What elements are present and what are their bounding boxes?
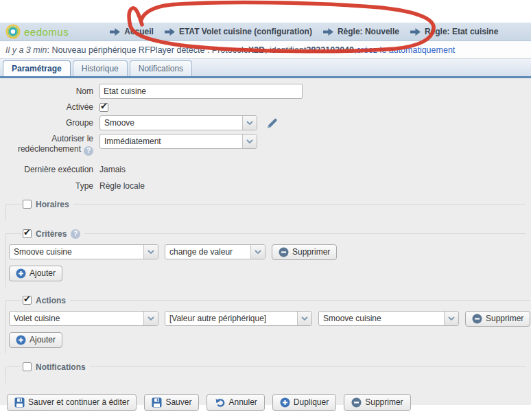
action-device-select[interactable]: Volet cuisine: [9, 311, 158, 326]
plus-circle-icon: [16, 335, 26, 345]
action-add-button[interactable]: Ajouter: [9, 332, 62, 348]
notification-protocol: X2D: [248, 45, 265, 55]
save-and-continue-button[interactable]: Sauver et continuer à éditer: [7, 394, 137, 411]
horaires-label: Horaires: [36, 200, 69, 209]
chevron-down-icon: [143, 312, 158, 325]
breadcrumb-arrow-icon: [410, 28, 421, 36]
delete-button[interactable]: Supprimer: [344, 394, 410, 411]
help-icon[interactable]: ?: [84, 146, 93, 156]
breadcrumb-item-accueil[interactable]: Accueil: [110, 27, 154, 36]
actions-label: Actions: [36, 296, 66, 305]
section-actions: Actions Volet cuisine [Valeur autre péri…: [5, 296, 530, 353]
eedomus-logo[interactable]: eedomus: [5, 24, 69, 39]
groupe-label: Groupe: [5, 118, 99, 128]
activee-checkbox[interactable]: [99, 103, 108, 112]
action-source-select[interactable]: Smoove cuisine: [318, 311, 459, 326]
breadcrumb-item-etat-volet-cuisine[interactable]: ETAT Volet cuisine (configuration): [165, 27, 312, 36]
activee-label: Activée: [5, 102, 99, 112]
notification-bar: Il y a 3 min : Nouveau périphérique RFPl…: [0, 41, 531, 59]
action-delete-button[interactable]: Supprimer: [465, 311, 530, 327]
cancel-button[interactable]: Annuler: [206, 394, 264, 411]
breadcrumb-arrow-icon: [323, 28, 333, 36]
breadcrumb-arrow-icon: [165, 28, 175, 36]
nom-input[interactable]: [99, 84, 303, 99]
section-horaires: Horaires: [5, 200, 526, 220]
tab-parametrage[interactable]: Paramétrage: [3, 60, 71, 76]
action-value-select[interactable]: [Valeur autre périphérique]: [165, 311, 312, 326]
save-button[interactable]: Sauver: [144, 394, 199, 411]
critere-add-button[interactable]: Ajouter: [9, 266, 62, 281]
derniere-execution-value: Jamais: [99, 165, 126, 174]
help-icon[interactable]: ?: [71, 229, 80, 239]
critere-delete-button[interactable]: Supprimer: [272, 244, 337, 260]
notification-time: Il y a 3 min: [5, 45, 47, 55]
breadcrumb-arrow-icon: [110, 28, 120, 36]
eedomus-logo-text: eedomus: [24, 26, 69, 38]
tab-strip: Paramétrage Historique Notifications: [0, 59, 531, 78]
chevron-down-icon: [143, 245, 158, 259]
criteres-checkbox[interactable]: [23, 229, 32, 238]
tab-historique[interactable]: Historique: [73, 60, 128, 76]
nom-row: Nom: [5, 84, 526, 99]
plus-circle-icon: [16, 268, 26, 279]
nom-label: Nom: [5, 86, 99, 96]
critere-device-select[interactable]: Smoove cuisine: [9, 244, 158, 259]
notifications-checkbox[interactable]: [23, 362, 32, 371]
save-icon: [14, 397, 25, 408]
notifications-label: Notifications: [36, 362, 86, 372]
type-value: Règle locale: [99, 181, 145, 191]
duplicate-button[interactable]: Dupliquer: [272, 394, 336, 411]
minus-circle-icon: [351, 397, 362, 408]
chevron-down-icon: [250, 245, 265, 259]
breadcrumb-item-regle-etat-cuisine[interactable]: Règle: Etat cuisine: [410, 27, 498, 36]
plus-circle-icon: [280, 397, 290, 408]
header-bar: eedomus Accueil ETAT Volet cuisine (conf…: [0, 23, 531, 41]
pencil-icon: [266, 117, 279, 130]
save-icon: [152, 397, 162, 408]
groupe-select[interactable]: Smoove: [99, 115, 257, 130]
create-device-link[interactable]: créez le automatiquement: [356, 45, 455, 55]
undo-arrow-icon: [214, 397, 225, 408]
top-whitespace: [0, 0, 531, 23]
chevron-down-icon: [242, 135, 257, 148]
redeclenchement-row: Autoriser le redéclenchement? Immédiatem…: [5, 134, 526, 156]
notification-identifier: 2922103040: [306, 45, 354, 55]
notification-text: : Nouveau périphérique RFPlayer détecté …: [47, 45, 248, 55]
chevron-down-icon: [242, 116, 257, 130]
section-criteres: Critères ? Smoove cuisine change de vale…: [5, 229, 526, 287]
chevron-down-icon: [297, 312, 311, 325]
derniere-execution-row: Dernière exécution Jamais: [5, 165, 526, 174]
type-label: Type: [5, 181, 99, 191]
eedomus-logo-icon: [5, 24, 21, 39]
chevron-down-icon: [444, 312, 458, 325]
redeclenchement-select[interactable]: Immédiatement: [99, 134, 257, 149]
eedomus-rule-page: eedomus Accueil ETAT Volet cuisine (conf…: [0, 0, 531, 420]
critere-row: Smoove cuisine change de valeur Supprime…: [9, 244, 526, 260]
edit-group-button[interactable]: [266, 117, 279, 130]
groupe-row: Groupe Smoove: [5, 115, 526, 130]
tab-notifications[interactable]: Notifications: [130, 60, 192, 76]
section-notifications: Notifications: [5, 362, 526, 383]
breadcrumb: Accueil ETAT Volet cuisine (configuratio…: [110, 27, 498, 36]
minus-circle-icon: [472, 314, 482, 324]
rule-form: Nom Activée Groupe Smoove Autoriser le: [0, 78, 531, 405]
derniere-execution-label: Dernière exécution: [5, 165, 99, 174]
action-row: Volet cuisine [Valeur autre périphérique…: [9, 311, 530, 327]
actions-checkbox[interactable]: [23, 296, 32, 305]
redeclenchement-label: Autoriser le redéclenchement?: [5, 134, 99, 156]
breadcrumb-item-regle-nouvelle[interactable]: Règle: Nouvelle: [323, 27, 399, 36]
criteres-label: Critères: [36, 229, 67, 239]
type-row: Type Règle locale: [5, 181, 526, 191]
critere-condition-select[interactable]: change de valeur: [165, 244, 266, 259]
horaires-checkbox[interactable]: [23, 200, 32, 209]
minus-circle-icon: [279, 247, 289, 257]
notification-text: , identifiant: [265, 45, 306, 55]
activee-row: Activée: [5, 102, 526, 112]
